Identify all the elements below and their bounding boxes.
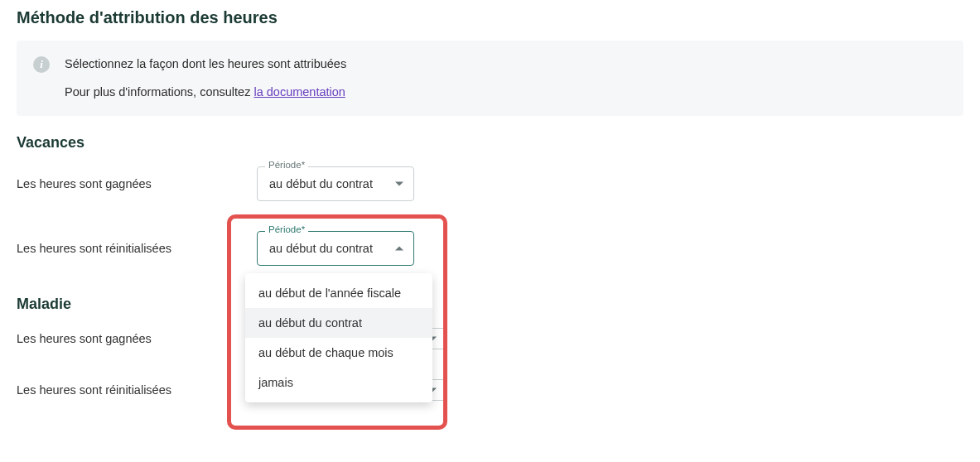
label-vacances-reset: Les heures sont réinitialisées <box>17 242 257 255</box>
info-line-2: Pour plus d'informations, consultez la d… <box>65 84 346 100</box>
row-maladie-earned: Les heures sont gagnées Période* <box>17 328 963 349</box>
documentation-link[interactable]: la documentation <box>253 85 345 99</box>
select-vacances-earned[interactable]: au début du contrat <box>257 166 414 201</box>
info-banner: i Sélectionnez la façon dont les heures … <box>17 41 963 116</box>
page-title: Méthode d'attribution des heures <box>17 8 963 27</box>
chevron-up-icon <box>395 246 403 250</box>
section-title-maladie: Maladie <box>17 296 963 313</box>
select-vacances-earned-wrap: Période* au début du contrat <box>257 166 414 201</box>
select-vacances-reset-wrap: Période* au début du contrat au début de… <box>257 231 414 266</box>
select-vacances-reset-value: au début du contrat <box>269 242 373 255</box>
label-vacances-earned: Les heures sont gagnées <box>17 177 257 190</box>
section-title-vacances: Vacances <box>17 134 963 152</box>
dropdown-option[interactable]: au début de chaque mois <box>245 338 432 368</box>
dropdown-option[interactable]: au début du contrat <box>245 308 432 338</box>
row-vacances-reset: Les heures sont réinitialisées Période* … <box>17 231 963 266</box>
row-maladie-reset: Les heures sont réinitialisées Période* <box>17 379 963 401</box>
label-maladie-earned: Les heures sont gagnées <box>17 332 257 345</box>
info-line-1: Sélectionnez la façon dont les heures so… <box>65 55 346 72</box>
info-icon: i <box>33 56 50 73</box>
dropdown-menu-vacances-reset: au début de l'année fiscale au début du … <box>245 273 432 402</box>
dropdown-option[interactable]: au début de l'année fiscale <box>245 278 432 308</box>
field-label-vacances-reset: Période* <box>265 224 308 234</box>
info-text: Sélectionnez la façon dont les heures so… <box>65 55 346 101</box>
label-maladie-reset: Les heures sont réinitialisées <box>17 383 257 397</box>
select-vacances-earned-value: au début du contrat <box>269 177 373 190</box>
select-vacances-reset[interactable]: au début du contrat <box>257 231 414 266</box>
row-vacances-earned: Les heures sont gagnées Période* au débu… <box>17 166 963 201</box>
field-label-vacances-earned: Période* <box>265 160 308 170</box>
chevron-down-icon <box>395 181 403 185</box>
info-line-2-prefix: Pour plus d'informations, consultez <box>65 85 253 99</box>
dropdown-option[interactable]: jamais <box>245 368 432 397</box>
